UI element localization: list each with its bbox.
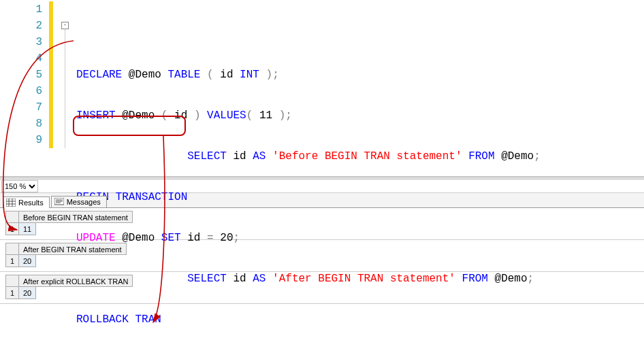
tab-results-label: Results [18,199,44,207]
line-number-gutter: 1 2 3 4 5 6 7 8 9 [0,0,49,176]
row-header[interactable]: 1 [5,255,19,267]
grid-icon [6,199,16,207]
line-number: 6 [0,83,49,99]
line-number: 5 [0,67,49,83]
outlining-margin: - [61,1,71,148]
code-editor-pane[interactable]: 1 2 3 4 5 6 7 8 9 - DECLARE @Demo TABLE … [0,0,644,177]
code-line: UPDATE @Demo SET id = 20; [76,230,547,246]
grid-cell[interactable]: 11 [19,223,36,235]
grid-select-all[interactable] [5,243,19,255]
grid-select-all[interactable] [5,275,19,287]
row-header[interactable]: 1 [5,223,19,235]
collapse-toggle-icon[interactable]: - [61,22,69,29]
tab-results[interactable]: Results [3,196,50,208]
grid-cell[interactable]: 20 [19,287,36,299]
code-line: ROLLBACK TRAN [76,311,547,328]
code-line: BEGIN TRANSACTION [76,189,547,205]
line-number: 4 [0,50,49,67]
code-text-area[interactable]: DECLARE @Demo TABLE ( id INT ); INSERT @… [76,0,547,176]
code-line: SELECT id AS 'After BEGIN TRAN statement… [76,271,547,287]
code-line: DECLARE @Demo TABLE ( id INT ); [76,67,547,83]
line-number: 8 [0,116,49,132]
line-number: 3 [0,34,49,50]
tab-messages[interactable]: Messages [51,196,107,207]
line-number: 9 [0,132,49,148]
line-number: 7 [0,99,49,116]
tab-messages-label: Messages [67,198,101,206]
zoom-dropdown[interactable]: 150 % [1,180,38,192]
code-line: INSERT @Demo ( id ) VALUES( 11 ); [76,107,547,124]
code-line [76,26,547,42]
code-line: SELECT id AS 'Before BEGIN TRAN statemen… [76,148,547,165]
grid-cell[interactable]: 20 [19,255,36,267]
outlining-line [65,29,65,148]
change-indicator-bar [49,1,53,148]
grid-select-all[interactable] [5,211,19,223]
row-header[interactable]: 1 [5,287,19,299]
messages-icon [54,198,64,206]
line-number: 1 [0,1,49,18]
svg-rect-0 [6,199,16,207]
line-number: 2 [0,18,49,34]
